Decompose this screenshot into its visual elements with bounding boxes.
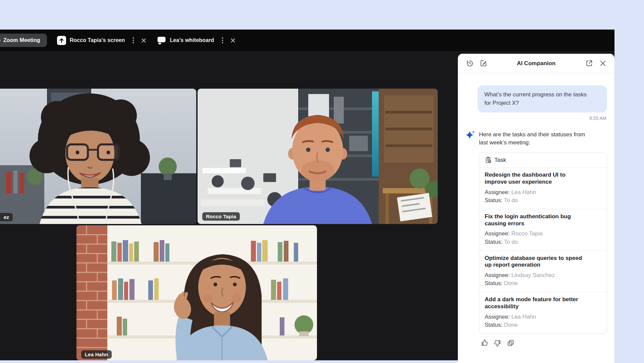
task-title: Redesign the dashboard UI to improve use… xyxy=(485,172,597,185)
task-status-row: Status: Done xyxy=(485,279,601,287)
copy-icon[interactable] xyxy=(506,339,515,347)
tab-menu-icon[interactable] xyxy=(130,36,137,45)
task-status-row: Status: Done xyxy=(485,321,601,329)
feedback-row xyxy=(480,339,607,347)
share-screen-icon xyxy=(57,36,66,45)
task-item[interactable]: Fix the login authentication bug causing… xyxy=(479,209,607,251)
close-icon[interactable] xyxy=(598,59,607,68)
video-tile-rocco[interactable]: Rocco Tapia xyxy=(198,89,438,224)
whiteboard-icon xyxy=(157,36,166,45)
task-assignee-row: Assignee: Lea Hahn xyxy=(485,313,601,321)
history-icon[interactable] xyxy=(465,59,474,68)
assignee-value: Rocco Tapia xyxy=(511,230,542,237)
tab-label: Rocco Tapia’s screen xyxy=(70,37,125,43)
participant-name-tag: Rocco Tapia xyxy=(202,212,240,221)
tab-rocco-screen[interactable]: Rocco Tapia’s screen xyxy=(57,36,147,45)
tab-zoom-meeting[interactable]: Zoom Meeting xyxy=(0,34,47,47)
task-item[interactable]: Add a dark mode feature for better acces… xyxy=(479,292,607,333)
participant-name-tag: Lea Hahn xyxy=(81,350,112,359)
tab-menu-icon[interactable] xyxy=(219,36,226,45)
status-value: Done xyxy=(504,322,518,328)
task-card-header: Task xyxy=(479,153,607,168)
assignee-value: Lea Hahn xyxy=(511,314,536,320)
assignee-value: Lea Hahn xyxy=(511,189,536,195)
user-message-bubble: What’s the current progress on the tasks… xyxy=(478,85,607,112)
tab-label: Lea’s whiteboard xyxy=(170,37,214,43)
camera-icon xyxy=(0,39,0,42)
pop-out-icon[interactable] xyxy=(585,59,593,68)
assignee-value: Lindsay Sanchez xyxy=(511,272,554,278)
task-item[interactable]: Optimize database queries to speed up re… xyxy=(479,251,607,292)
status-label: Status: xyxy=(485,280,502,286)
task-title: Optimize database queries to speed up re… xyxy=(485,255,597,269)
status-value: To do xyxy=(504,197,518,203)
tab-label: Zoom Meeting xyxy=(3,37,40,43)
task-status-row: Status: To do xyxy=(485,238,601,246)
ai-companion-sparkle-icon xyxy=(465,129,476,141)
participant-name-tag: ez xyxy=(0,213,13,221)
assignee-label: Assignee: xyxy=(485,230,510,237)
task-assignee-row: Assignee: Rocco Tapia xyxy=(485,230,601,238)
assignee-label: Assignee: xyxy=(485,314,510,320)
message-timestamp: 9:20 AM xyxy=(465,116,606,121)
tab-bar: Zoom Meeting Rocco Tapia’s screen Lea’s … xyxy=(0,30,614,51)
thumbs-up-icon[interactable] xyxy=(480,339,489,347)
tab-close-icon[interactable] xyxy=(140,36,147,45)
chat-area: What’s the current progress on the tasks… xyxy=(458,73,614,347)
status-value: To do xyxy=(504,239,518,245)
new-chat-icon[interactable] xyxy=(479,59,488,68)
ai-panel-header: AI Companion xyxy=(458,54,614,73)
assignee-label: Assignee: xyxy=(485,272,510,278)
ai-message: Here are the tasks and their statuses fr… xyxy=(465,130,607,146)
thumbs-down-icon[interactable] xyxy=(493,339,502,347)
tab-close-icon[interactable] xyxy=(229,36,236,45)
video-tile-lea[interactable]: Lea Hahn xyxy=(76,225,317,360)
task-title: Add a dark mode feature for better acces… xyxy=(485,296,597,310)
task-item[interactable]: Redesign the dashboard UI to improve use… xyxy=(479,168,607,209)
task-assignee-row: Assignee: Lindsay Sanchez xyxy=(485,271,601,279)
task-card: Task Redesign the dashboard UI to improv… xyxy=(479,152,607,334)
status-label: Status: xyxy=(485,322,502,328)
task-status-row: Status: To do xyxy=(485,196,601,205)
tab-lea-whiteboard[interactable]: Lea’s whiteboard xyxy=(157,36,236,45)
task-assignee-row: Assignee: Lea Hahn xyxy=(485,188,601,196)
ai-message-text: Here are the tasks and their statuses fr… xyxy=(479,130,585,146)
assignee-label: Assignee: xyxy=(485,189,510,195)
video-tile-lindsay[interactable]: ez xyxy=(0,89,196,224)
status-label: Status: xyxy=(485,239,502,245)
status-label: Status: xyxy=(485,197,502,203)
task-title: Fix the login authentication bug causing… xyxy=(485,213,597,227)
ai-companion-panel: AI Companion What’s the current progress… xyxy=(458,54,614,363)
status-value: Done xyxy=(504,280,518,286)
task-clipboard-icon xyxy=(485,156,492,164)
task-card-title: Task xyxy=(494,157,506,164)
